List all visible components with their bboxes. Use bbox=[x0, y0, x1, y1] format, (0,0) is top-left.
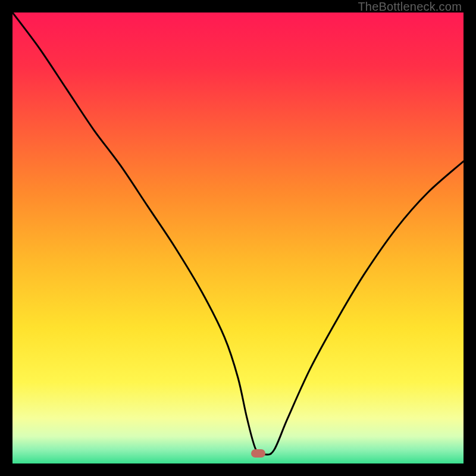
optimal-point-marker bbox=[251, 449, 265, 458]
watermark-text: TheBottleneck.com bbox=[358, 0, 462, 14]
gradient-background bbox=[12, 12, 464, 464]
chart-frame bbox=[12, 12, 464, 464]
